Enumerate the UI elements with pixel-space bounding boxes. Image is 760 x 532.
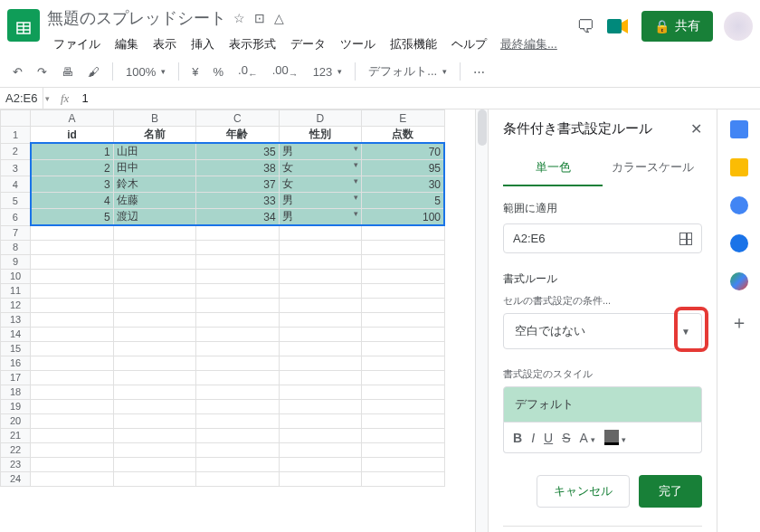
row-header[interactable]: 17 [1,370,31,385]
menu-file[interactable]: ファイル [47,33,107,56]
add-rule-button[interactable]: ＋ 条件を追加 [503,526,702,532]
row-header[interactable]: 5 [1,193,31,209]
fill-color-button[interactable] [604,430,626,445]
header-cell[interactable]: 性別 [279,127,361,144]
empty-cell[interactable] [113,225,195,240]
empty-cell[interactable] [279,370,361,385]
empty-cell[interactable] [279,240,361,254]
row-header[interactable]: 23 [1,457,31,471]
increase-decimal-button[interactable]: .00→ [267,60,304,83]
move-icon[interactable]: ⊡ [254,11,265,25]
row-header[interactable]: 4 [1,176,31,193]
empty-cell[interactable] [196,399,279,413]
empty-cell[interactable] [196,312,279,327]
undo-button[interactable]: ↶ [7,62,28,82]
empty-cell[interactable] [196,341,279,356]
tasks-icon[interactable] [730,196,748,214]
comment-history-icon[interactable]: 🗨 [576,16,594,37]
data-cell[interactable]: 34 [196,209,279,226]
empty-cell[interactable] [113,312,195,327]
empty-cell[interactable] [362,356,445,370]
empty-cell[interactable] [113,457,195,471]
empty-cell[interactable] [113,269,195,283]
empty-cell[interactable] [113,442,195,457]
doc-title[interactable]: 無題のスプレッドシート [47,7,226,29]
row-header[interactable]: 14 [1,327,31,341]
empty-cell[interactable] [279,356,361,370]
number-format-select[interactable]: 123 [308,62,348,82]
menu-insert[interactable]: 挿入 [185,33,221,56]
empty-cell[interactable] [31,298,113,312]
empty-cell[interactable] [362,341,445,356]
empty-cell[interactable] [196,428,279,442]
data-cell-dropdown[interactable]: 女 [279,160,361,176]
empty-cell[interactable] [31,471,113,486]
select-range-icon[interactable] [679,233,692,245]
data-cell[interactable]: 4 [31,193,113,209]
decrease-decimal-button[interactable]: .0← [233,60,263,83]
empty-cell[interactable] [196,240,279,254]
empty-cell[interactable] [31,442,113,457]
header-cell[interactable]: 名前 [113,127,195,144]
data-cell[interactable]: 100 [362,209,445,226]
cloud-icon[interactable]: △ [274,11,284,25]
empty-cell[interactable] [113,370,195,385]
data-cell[interactable]: 1 [31,143,113,160]
account-avatar[interactable] [724,12,753,41]
zoom-select[interactable]: 100% [120,62,171,82]
empty-cell[interactable] [31,312,113,327]
strike-button[interactable]: S [562,431,570,445]
vertical-scrollbar[interactable] [475,109,488,532]
empty-cell[interactable] [279,471,361,486]
empty-cell[interactable] [362,312,445,327]
empty-cell[interactable] [362,428,445,442]
empty-cell[interactable] [113,283,195,298]
calendar-icon[interactable] [730,120,748,138]
empty-cell[interactable] [362,269,445,283]
empty-cell[interactable] [113,341,195,356]
empty-cell[interactable] [279,298,361,312]
data-cell[interactable]: 95 [362,160,445,176]
empty-cell[interactable] [362,399,445,413]
data-cell[interactable]: 山田 [113,143,195,160]
header-cell[interactable]: id [31,127,113,144]
data-cell[interactable]: 5 [362,193,445,209]
empty-cell[interactable] [196,269,279,283]
row-header[interactable]: 3 [1,160,31,176]
empty-cell[interactable] [362,442,445,457]
empty-cell[interactable] [362,413,445,428]
empty-cell[interactable] [196,327,279,341]
print-button[interactable]: 🖶 [56,62,79,82]
row-header[interactable]: 7 [1,225,31,240]
col-header[interactable]: E [362,110,445,127]
empty-cell[interactable] [362,240,445,254]
last-edit-link[interactable]: 最終編集... [500,36,557,52]
empty-cell[interactable] [362,385,445,399]
keep-icon[interactable] [730,158,748,176]
bold-button[interactable]: B [513,431,522,445]
empty-cell[interactable] [196,413,279,428]
row-header[interactable]: 11 [1,283,31,298]
data-cell[interactable]: 37 [196,176,279,193]
empty-cell[interactable] [279,269,361,283]
data-cell[interactable]: 30 [362,176,445,193]
empty-cell[interactable] [362,283,445,298]
empty-cell[interactable] [196,225,279,240]
empty-cell[interactable] [31,356,113,370]
italic-button[interactable]: I [531,431,535,445]
empty-cell[interactable] [279,385,361,399]
row-header[interactable]: 2 [1,143,31,160]
empty-cell[interactable] [31,399,113,413]
header-cell[interactable]: 年齢 [196,127,279,144]
menu-help[interactable]: ヘルプ [445,33,493,56]
condition-select[interactable]: 空白ではない ▼ [503,313,702,349]
data-cell[interactable]: 35 [196,143,279,160]
close-icon[interactable]: ✕ [690,120,702,138]
row-header[interactable]: 8 [1,240,31,254]
currency-button[interactable]: ¥ [186,62,204,82]
sheets-logo[interactable] [7,9,40,42]
data-cell[interactable]: 2 [31,160,113,176]
empty-cell[interactable] [31,269,113,283]
empty-cell[interactable] [196,254,279,269]
col-header[interactable]: A [31,110,113,127]
